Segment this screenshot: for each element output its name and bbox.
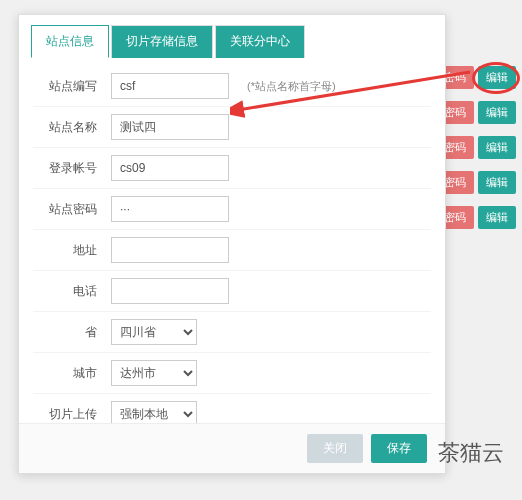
field-address: 地址	[33, 230, 431, 271]
input-site-name[interactable]	[111, 114, 229, 140]
field-province: 省 四川省	[33, 312, 431, 353]
input-address[interactable]	[111, 237, 229, 263]
field-site-name: 站点名称	[33, 107, 431, 148]
field-site-password: 站点密码	[33, 189, 431, 230]
save-button[interactable]: 保存	[371, 434, 427, 463]
annotation-ellipse	[472, 62, 520, 94]
tab-slice-storage[interactable]: 切片存储信息	[111, 25, 213, 58]
label-phone: 电话	[33, 283, 111, 300]
label-site-password: 站点密码	[33, 201, 111, 218]
field-slice-upload: 切片上传 强制本地	[33, 394, 431, 423]
input-site-password[interactable]	[111, 196, 229, 222]
modal-footer: 关闭 保存	[19, 423, 445, 473]
edit-site-modal: 站点信息 切片存储信息 关联分中心 站点编写 (*站点名称首字母) 站点名称 登…	[18, 14, 446, 474]
input-phone[interactable]	[111, 278, 229, 304]
label-address: 地址	[33, 242, 111, 259]
edit-button[interactable]: 编辑	[478, 101, 516, 124]
field-login-account: 登录帐号	[33, 148, 431, 189]
field-phone: 电话	[33, 271, 431, 312]
label-login-account: 登录帐号	[33, 160, 111, 177]
select-city[interactable]: 达州市	[111, 360, 197, 386]
field-city: 城市 达州市	[33, 353, 431, 394]
select-province[interactable]: 四川省	[111, 319, 197, 345]
tab-related-center[interactable]: 关联分中心	[215, 25, 305, 58]
edit-button[interactable]: 编辑	[478, 136, 516, 159]
label-city: 城市	[33, 365, 111, 382]
tab-site-info[interactable]: 站点信息	[31, 25, 109, 58]
select-slice-upload[interactable]: 强制本地	[111, 401, 197, 423]
input-login-account[interactable]	[111, 155, 229, 181]
edit-button[interactable]: 编辑	[478, 206, 516, 229]
label-site-name: 站点名称	[33, 119, 111, 136]
watermark-text: 茶猫云	[438, 438, 504, 468]
edit-button[interactable]: 编辑	[478, 171, 516, 194]
label-site-code: 站点编写	[33, 78, 111, 95]
site-form: 站点编写 (*站点名称首字母) 站点名称 登录帐号 站点密码 地址 电话 省 四…	[19, 58, 445, 423]
label-province: 省	[33, 324, 111, 341]
close-button[interactable]: 关闭	[307, 434, 363, 463]
input-site-code[interactable]	[111, 73, 229, 99]
label-slice-upload: 切片上传	[33, 406, 111, 423]
field-site-code: 站点编写 (*站点名称首字母)	[33, 66, 431, 107]
hint-site-code: (*站点名称首字母)	[247, 79, 336, 94]
modal-tabs: 站点信息 切片存储信息 关联分中心	[19, 15, 445, 58]
